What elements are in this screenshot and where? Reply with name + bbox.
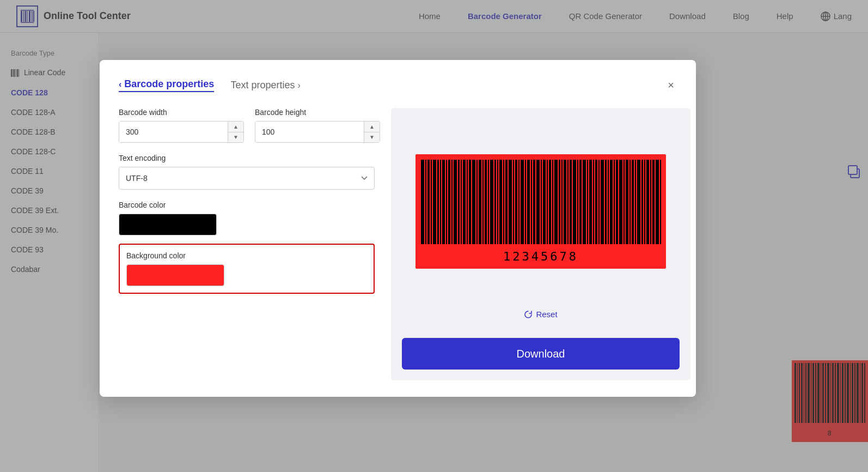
svg-rect-43 — [490, 160, 493, 244]
tab-barcode-properties[interactable]: ‹ Barcode properties — [119, 78, 214, 92]
svg-rect-46 — [499, 160, 502, 244]
svg-rect-25 — [437, 160, 439, 244]
barcode-preview-svg: 12345678 — [415, 154, 666, 269]
svg-rect-37 — [472, 160, 475, 244]
svg-rect-62 — [549, 160, 551, 244]
barcode-color-group: Barcode color — [119, 201, 375, 235]
download-button[interactable]: Download — [402, 338, 680, 370]
svg-rect-59 — [541, 160, 542, 244]
svg-rect-44 — [494, 160, 496, 244]
svg-rect-90 — [635, 160, 636, 244]
svg-rect-24 — [433, 160, 436, 244]
svg-rect-23 — [431, 160, 432, 244]
svg-rect-52 — [518, 160, 519, 244]
text-encoding-label: Text encoding — [119, 154, 375, 162]
barcode-width-group: Barcode width ▲ ▼ — [119, 108, 244, 143]
reset-icon — [524, 310, 533, 319]
svg-rect-92 — [641, 160, 643, 244]
svg-rect-42 — [488, 160, 489, 244]
svg-rect-53 — [521, 160, 524, 244]
svg-rect-45 — [497, 160, 498, 244]
barcode-height-field[interactable] — [255, 122, 364, 142]
barcode-properties-modal: ‹ Barcode properties Text properties › ×… — [100, 60, 696, 397]
svg-rect-87 — [626, 160, 628, 244]
svg-rect-40 — [482, 160, 484, 244]
svg-rect-74 — [587, 160, 588, 244]
close-button[interactable]: × — [665, 76, 677, 94]
chevron-left-icon: ‹ — [119, 80, 121, 89]
svg-rect-80 — [605, 160, 607, 244]
svg-rect-26 — [440, 160, 441, 244]
barcode-color-swatch[interactable] — [119, 214, 217, 235]
text-encoding-select[interactable]: UTF-8 ASCII ISO-8859-1 — [119, 167, 375, 190]
svg-rect-32 — [458, 160, 460, 244]
svg-rect-71 — [577, 160, 578, 244]
svg-rect-48 — [505, 160, 508, 244]
modal-body: Barcode width ▲ ▼ Barcode height — [119, 108, 677, 380]
height-decrement-button[interactable]: ▼ — [364, 132, 380, 143]
svg-rect-85 — [619, 160, 622, 244]
svg-rect-65 — [559, 160, 560, 244]
svg-rect-97 — [656, 160, 659, 244]
barcode-width-input[interactable]: ▲ ▼ — [119, 121, 244, 143]
barcode-height-input[interactable]: ▲ ▼ — [255, 121, 380, 143]
svg-rect-31 — [454, 160, 457, 244]
width-decrement-button[interactable]: ▼ — [228, 132, 243, 143]
svg-rect-76 — [593, 160, 594, 244]
svg-rect-38 — [476, 160, 478, 244]
svg-rect-75 — [589, 160, 592, 244]
svg-rect-54 — [525, 160, 526, 244]
svg-rect-30 — [451, 160, 453, 244]
svg-rect-49 — [509, 160, 512, 244]
height-increment-button[interactable]: ▲ — [364, 122, 380, 132]
right-panel: 12345678 Reset Download — [391, 108, 690, 380]
barcode-width-label: Barcode width — [119, 108, 244, 117]
svg-rect-73 — [583, 160, 586, 244]
svg-rect-20 — [421, 160, 424, 244]
svg-rect-61 — [547, 160, 548, 244]
barcode-height-label: Barcode height — [255, 108, 380, 117]
svg-rect-56 — [531, 160, 532, 244]
svg-rect-27 — [442, 160, 445, 244]
svg-rect-72 — [579, 160, 582, 244]
reset-button[interactable]: Reset — [518, 304, 563, 324]
chevron-right-icon: › — [297, 81, 300, 90]
svg-rect-98 — [660, 160, 661, 244]
dimensions-row: Barcode width ▲ ▼ Barcode height — [119, 108, 375, 143]
svg-rect-50 — [513, 160, 514, 244]
svg-rect-86 — [624, 160, 625, 244]
barcode-height-group: Barcode height ▲ ▼ — [255, 108, 380, 143]
svg-rect-21 — [425, 160, 426, 244]
svg-rect-88 — [629, 160, 631, 244]
width-spinners: ▲ ▼ — [228, 122, 243, 142]
barcode-color-label: Barcode color — [119, 201, 375, 209]
svg-rect-51 — [515, 160, 517, 244]
barcode-width-field[interactable] — [119, 122, 228, 142]
svg-rect-94 — [646, 160, 649, 244]
svg-rect-41 — [485, 160, 487, 244]
svg-rect-91 — [637, 160, 640, 244]
background-color-swatch[interactable] — [126, 264, 224, 286]
tab-text-properties[interactable]: Text properties › — [230, 80, 300, 91]
svg-rect-60 — [543, 160, 546, 244]
svg-rect-22 — [427, 160, 430, 244]
svg-rect-82 — [610, 160, 613, 244]
svg-rect-66 — [561, 160, 563, 244]
svg-rect-36 — [469, 160, 471, 244]
svg-rect-57 — [533, 160, 535, 244]
svg-rect-68 — [567, 160, 569, 244]
barcode-preview-area: 12345678 — [402, 119, 680, 304]
svg-rect-84 — [616, 160, 618, 244]
svg-rect-47 — [503, 160, 504, 244]
svg-rect-64 — [554, 160, 558, 244]
svg-rect-81 — [608, 160, 609, 244]
svg-rect-35 — [467, 160, 468, 244]
modal-header: ‹ Barcode properties Text properties › × — [119, 76, 677, 94]
text-encoding-group: Text encoding UTF-8 ASCII ISO-8859-1 — [119, 154, 375, 190]
svg-text:12345678: 12345678 — [503, 250, 578, 263]
svg-rect-63 — [552, 160, 553, 244]
svg-rect-79 — [601, 160, 604, 244]
width-increment-button[interactable]: ▲ — [228, 122, 243, 132]
svg-rect-34 — [463, 160, 466, 244]
svg-rect-93 — [644, 160, 645, 244]
